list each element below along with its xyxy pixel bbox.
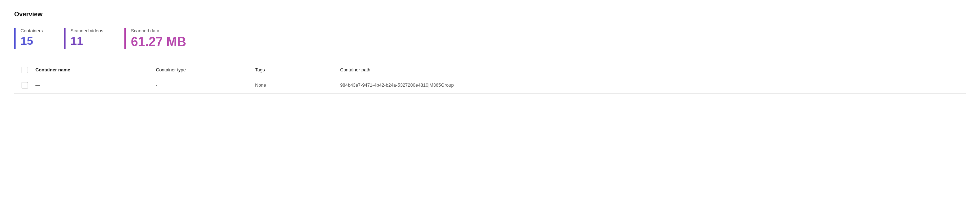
row-checkbox[interactable] — [22, 82, 28, 88]
table-row: — - None 984b43a7-9471-4b42-b24a-5327200… — [14, 77, 966, 94]
stat-scanned-videos: Scanned videos 11 — [64, 28, 103, 49]
table-header: Container name Container type Tags Conta… — [14, 63, 966, 77]
stat-scanned-data-value: 61.27 MB — [131, 35, 186, 49]
stat-scanned-data-label: Scanned data — [131, 28, 186, 34]
stat-containers: Containers 15 — [14, 28, 43, 49]
column-header-tags: Tags — [255, 67, 340, 72]
column-header-type: Container type — [156, 67, 255, 72]
column-header-name: Container name — [35, 67, 156, 72]
stat-containers-label: Containers — [21, 28, 43, 34]
containers-table: Container name Container type Tags Conta… — [14, 63, 966, 94]
stat-scanned-data: Scanned data 61.27 MB — [124, 28, 186, 49]
stat-scanned-videos-value: 11 — [70, 35, 103, 47]
row-container-tags: None — [255, 82, 340, 88]
stat-scanned-videos-label: Scanned videos — [70, 28, 103, 34]
stat-containers-value: 15 — [21, 35, 43, 47]
row-container-path: 984b43a7-9471-4b42-b24a-5327200e4810|M36… — [340, 82, 966, 88]
row-checkbox-col — [14, 82, 35, 88]
row-container-type: - — [156, 82, 255, 88]
header-checkbox-col — [14, 67, 35, 73]
page-title: Overview — [14, 11, 966, 18]
column-header-path: Container path — [340, 67, 966, 72]
select-all-checkbox[interactable] — [22, 67, 28, 73]
stats-row: Containers 15 Scanned videos 11 Scanned … — [14, 28, 966, 49]
row-container-name: — — [35, 82, 156, 88]
